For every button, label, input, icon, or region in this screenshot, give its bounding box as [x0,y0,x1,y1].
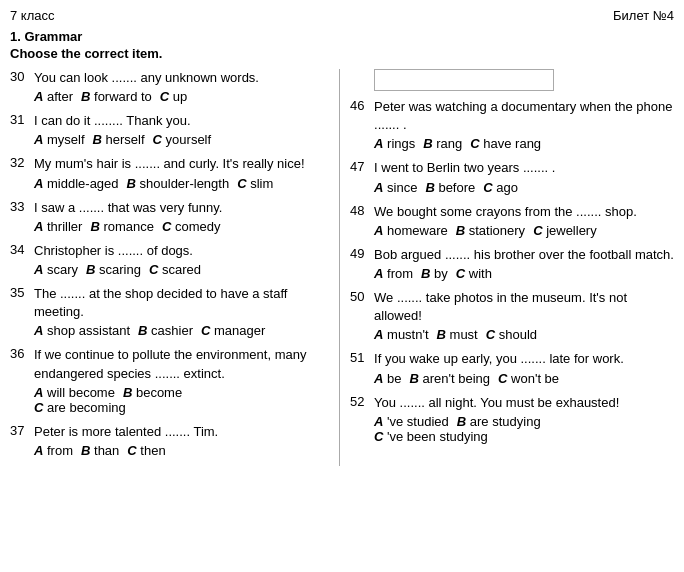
question-row-52: 52You ....... all night. You must be exh… [350,394,674,412]
question-number-31: 31 [10,112,30,130]
question-row-50: 50We ....... take photos in the museum. … [350,289,674,325]
option-32-C: C slim [237,176,273,191]
question-52: 52You ....... all night. You must be exh… [350,394,674,444]
question-number-30: 30 [10,69,30,87]
option-47-B: B before [425,180,475,195]
question-37: 37Peter is more talented ....... Tim.A f… [10,423,331,458]
question-31: 31I can do it ........ Thank you.A mysel… [10,112,331,147]
question-number-32: 32 [10,155,30,173]
right-column: 46Peter was watching a documentary when … [340,69,674,466]
question-35: 35The ....... at the shop decided to hav… [10,285,331,338]
question-text-47: I went to Berlin two years ....... . [374,159,674,177]
option-35-A: A shop assistant [34,323,130,338]
option-46-C: C have rang [470,136,541,151]
question-51: 51If you wake up early, you ....... late… [350,350,674,385]
option-34-C: C scared [149,262,201,277]
question-50: 50We ....... take photos in the museum. … [350,289,674,342]
options-35: A shop assistantB cashierC manager [10,323,331,338]
options-47: A sinceB beforeC ago [350,180,674,195]
question-text-35: The ....... at the shop decided to have … [34,285,331,321]
question-49: 49Bob argued ....... his brother over th… [350,246,674,281]
question-text-34: Christopher is ....... of dogs. [34,242,331,260]
option-51-A: A be [374,371,401,386]
answer-box-46[interactable] [374,69,554,91]
option-36-A: A will become [34,385,115,400]
options-50: A mustn'tB mustC should [350,327,674,342]
option-50-B: B must [437,327,478,342]
question-number-37: 37 [10,423,30,441]
question-30: 30You can look ....... any unknown words… [10,69,331,104]
section-title: 1. Grammar [10,29,674,44]
options-49: A fromB byC with [350,266,674,281]
question-text-37: Peter is more talented ....... Tim. [34,423,331,441]
question-32: 32My mum's hair is ....... and curly. It… [10,155,331,190]
question-number-36: 36 [10,346,30,382]
question-number-47: 47 [350,159,370,177]
left-column: 30You can look ....... any unknown words… [10,69,340,466]
option-33-C: C comedy [162,219,221,234]
question-row-51: 51If you wake up early, you ....... late… [350,350,674,368]
option-52-B: B are studying [457,414,541,429]
options-51: A beB aren't beingC won't be [350,371,674,386]
options-34: A scaryB scaringC scared [10,262,331,277]
option-47-A: A since [374,180,417,195]
option-37-A: A from [34,443,73,458]
option-48-A: A homeware [374,223,448,238]
question-row-36: 36If we continue to pollute the environm… [10,346,331,382]
question-row-37: 37Peter is more talented ....... Tim. [10,423,331,441]
option-31-C: C yourself [153,132,212,147]
question-number-49: 49 [350,246,370,264]
option-36-C: C are becoming [34,400,126,415]
question-text-49: Bob argued ....... his brother over the … [374,246,674,264]
option-37-B: B than [81,443,119,458]
option-34-A: A scary [34,262,78,277]
option-32-B: B shoulder-length [127,176,230,191]
question-row-47: 47I went to Berlin two years ....... . [350,159,674,177]
options-33: A thrillerB romanceC comedy [10,219,331,234]
question-text-36: If we continue to pollute the environmen… [34,346,331,382]
question-text-32: My mum's hair is ....... and curly. It's… [34,155,331,173]
options-48: A homewareB stationeryC jewellery [350,223,674,238]
question-row-49: 49Bob argued ....... his brother over th… [350,246,674,264]
question-text-52: You ....... all night. You must be exhau… [374,394,674,412]
option-52-C: C 've been studying [374,429,488,444]
option-35-B: B cashier [138,323,193,338]
page-header: 7 класс Билет №4 [10,8,674,23]
option-49-B: B by [421,266,448,281]
option-50-C: C should [486,327,537,342]
option-35-C: C manager [201,323,265,338]
questions-columns: 30You can look ....... any unknown words… [10,69,674,466]
option-52-A: A 've studied [374,414,449,429]
option-46-B: B rang [423,136,462,151]
question-row-35: 35The ....... at the shop decided to hav… [10,285,331,321]
question-text-50: We ....... take photos in the museum. It… [374,289,674,325]
options-31: A myselfB herselfC yourself [10,132,331,147]
option-32-A: A middle-aged [34,176,119,191]
option-33-A: A thriller [34,219,82,234]
question-number-46: 46 [350,98,370,134]
question-text-30: You can look ....... any unknown words. [34,69,331,87]
question-row-33: 33I saw a ....... that was very funny. [10,199,331,217]
question-number-50: 50 [350,289,370,325]
options-36: A will becomeB becomeC are becoming [10,385,331,415]
ticket-label: Билет №4 [613,8,674,23]
option-48-B: B stationery [456,223,525,238]
options-30: A afterB forward toC up [10,89,331,104]
options-37: A fromB thanC then [10,443,331,458]
option-31-A: A myself [34,132,85,147]
option-34-B: B scaring [86,262,141,277]
question-text-31: I can do it ........ Thank you. [34,112,331,130]
option-33-B: B romance [90,219,154,234]
option-36-B: B become [123,385,182,400]
question-number-34: 34 [10,242,30,260]
option-49-C: C with [456,266,492,281]
question-number-52: 52 [350,394,370,412]
question-33: 33I saw a ....... that was very funny.A … [10,199,331,234]
question-row-34: 34Christopher is ....... of dogs. [10,242,331,260]
option-30-C: C up [160,89,187,104]
question-number-48: 48 [350,203,370,221]
question-36: 36If we continue to pollute the environm… [10,346,331,414]
question-text-48: We bought some crayons from the ....... … [374,203,674,221]
question-row-48: 48We bought some crayons from the ......… [350,203,674,221]
question-48: 48We bought some crayons from the ......… [350,203,674,238]
